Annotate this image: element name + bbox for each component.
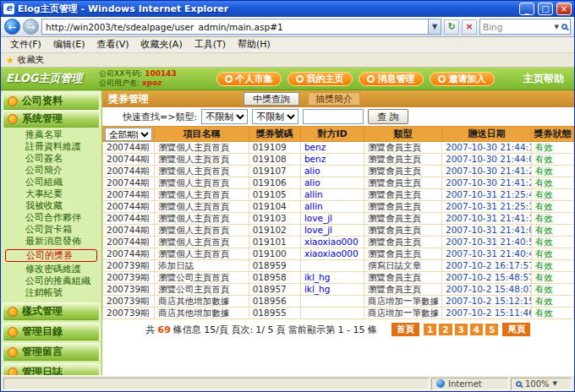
menu-item[interactable]: 文件(F)	[4, 37, 47, 52]
sidebar-item-active[interactable]: 公司的獎券	[5, 249, 97, 262]
win-query-button[interactable]: 中獎查詢	[244, 92, 299, 106]
page-number-button[interactable]: 1	[424, 324, 436, 335]
cell-target-id[interactable]: allin	[300, 201, 364, 213]
help-link[interactable]: 主页帮助	[513, 72, 574, 86]
back-button[interactable]: ←	[4, 19, 20, 35]
search-dropdown-icon[interactable]: ▼	[555, 24, 559, 30]
sun-icon	[8, 114, 18, 124]
menu-item[interactable]: 编辑(E)	[47, 37, 91, 52]
header-nav-button[interactable]: 消息管理	[359, 72, 424, 86]
sidebar-section-header[interactable]: 管理目錄	[3, 323, 100, 340]
status-zone-panel: Internet	[431, 378, 509, 390]
type-select-1[interactable]: 不限制	[201, 109, 248, 124]
cell-ticket-no: 019104	[249, 201, 300, 213]
favorites-label[interactable]: 收藏夹	[18, 54, 45, 66]
query-button[interactable]: 查 詢	[368, 109, 408, 124]
draw-intro-button[interactable]: 抽獎簡介	[308, 92, 360, 106]
sidebar-item[interactable]: 公司簽名	[3, 153, 100, 165]
table-row: 200744期 瀏覽個人主頁首頁 019101 xiaoxiao000 瀏覽會員…	[103, 237, 574, 248]
zoom-dropdown-icon[interactable]: ▼	[553, 380, 557, 387]
menu-item[interactable]: 收藏夹(A)	[135, 37, 189, 52]
sidebar-item[interactable]: 公司賀卡箱	[3, 224, 100, 236]
cell-target-id[interactable]: ikl_hg	[300, 272, 364, 284]
sidebar-section-header[interactable]: 公司资料	[3, 92, 100, 110]
page-number-button[interactable]: 2	[439, 324, 452, 335]
sidebar-item[interactable]: 公司簡介	[3, 165, 100, 177]
cell-target-id[interactable]: allin	[300, 189, 364, 201]
sidebar-item[interactable]: 公司的推薦組織	[3, 275, 100, 287]
period-filter-select[interactable]: 全部期數	[105, 128, 152, 141]
page-number-button[interactable]: 3	[455, 324, 468, 335]
cell-date: 2007-10-31 21:40:59	[442, 237, 532, 248]
user-value: xpoz	[142, 79, 162, 87]
cell-target-id[interactable]: alio	[300, 177, 364, 189]
cell-target-id[interactable]: ikl_hg	[300, 284, 364, 296]
status-zoom-panel[interactable]: 100% ▼	[511, 378, 572, 390]
stop-button[interactable]: ×	[462, 19, 477, 35]
pagination-last-group: 尾頁	[502, 323, 530, 336]
header-nav-button[interactable]: 我的主页	[288, 72, 353, 86]
cell-status: 有效	[531, 189, 573, 201]
zoom-icon	[516, 381, 522, 387]
sidebar-section-header[interactable]: 系统管理	[3, 110, 100, 128]
cell-type: 瀏覽會員主頁	[364, 237, 442, 248]
table-row: 200744期 瀏覽個人主頁首頁 019105 allin 瀏覽會員主頁 200…	[103, 189, 574, 201]
last-page-button[interactable]: 尾頁	[502, 323, 530, 336]
cell-target-id[interactable]: xiaoxiao000	[300, 248, 364, 260]
cell-status: 有效	[531, 260, 573, 272]
header-nav-button[interactable]: 个人市集	[216, 72, 282, 86]
cell-target-id[interactable]: love_jl	[300, 225, 364, 237]
sidebar-item[interactable]: 公司組織	[3, 177, 100, 188]
status-bar: Internet 100% ▼	[1, 375, 574, 391]
cell-target-id[interactable]: benz	[300, 142, 364, 154]
cell-target-id[interactable]	[300, 296, 364, 308]
sun-icon	[8, 327, 18, 337]
sidebar-item[interactable]: 推薦名單	[3, 129, 100, 141]
forward-button[interactable]: →	[23, 19, 39, 35]
stop-icon: ×	[465, 21, 473, 32]
header-nav-label: 消息管理	[378, 73, 415, 85]
cell-ticket-no: 019108	[249, 154, 300, 166]
maximize-button[interactable]: □	[538, 3, 553, 15]
sidebar-section-header[interactable]: 樣式管理	[3, 302, 100, 320]
page-number-button[interactable]: 5	[485, 324, 498, 335]
type-select-2[interactable]: 不限制	[252, 109, 298, 124]
favorites-star-icon[interactable]: ★	[6, 55, 14, 66]
menu-item[interactable]: 工具(T)	[189, 37, 232, 52]
close-button[interactable]: ×	[556, 3, 572, 15]
first-page-button[interactable]: 首頁	[392, 323, 419, 336]
cell-target-id[interactable]: benz	[300, 154, 364, 166]
minimize-button[interactable]: _	[519, 3, 534, 15]
sidebar-item[interactable]: 註冊資料維護	[3, 141, 100, 153]
search-input[interactable]: Bing ▼	[479, 19, 571, 35]
menu-item[interactable]: 帮助(H)	[232, 37, 277, 52]
sidebar-item[interactable]: 最新消息發佈	[3, 236, 100, 248]
page-number-button[interactable]: 4	[470, 324, 483, 335]
sidebar-item[interactable]: 修改密碼維護	[3, 264, 100, 275]
sidebar-item[interactable]: 注銷帳號	[3, 287, 100, 299]
refresh-button[interactable]: ↻	[444, 19, 459, 35]
cell-status: 有效	[531, 166, 573, 177]
header-nav-button[interactable]: 邀请加入	[430, 72, 495, 86]
cell-target-id[interactable]	[300, 260, 364, 272]
sidebar-item[interactable]: 大事紀要	[3, 188, 100, 200]
cell-target-id[interactable]: alio	[300, 166, 364, 177]
cell-target-id[interactable]: xiaoxiao000	[300, 237, 364, 248]
menu-item[interactable]: 查看(V)	[90, 37, 134, 52]
lottery-table: 全部期數 項目名稱 獎券號碼 對方ID 類型 贈送日期 獎券狀態 200744期…	[102, 126, 574, 319]
cell-date: 2007-10-31 21:40:47	[442, 248, 532, 260]
cell-period: 200739期	[103, 308, 155, 319]
address-dropdown-icon[interactable]: ▼	[428, 19, 441, 34]
search-icon[interactable]	[561, 24, 567, 30]
sidebar-item[interactable]: 公司合作夥伴	[3, 212, 100, 224]
sidebar-item[interactable]: 我被收藏	[3, 200, 100, 212]
cell-status: 有效	[531, 213, 573, 225]
cell-ticket-no: 019105	[249, 189, 300, 201]
cell-target-id[interactable]	[300, 308, 364, 319]
sidebar-section-header[interactable]: 管理留言	[3, 343, 100, 361]
cell-target-id[interactable]: love_jl	[300, 213, 364, 225]
address-field[interactable]: http://win2003/te/sdealpage/user_admin/m…	[41, 19, 441, 35]
user-label: 公司用户名:	[99, 79, 140, 87]
keyword-input[interactable]	[303, 109, 364, 124]
cell-status: 有效	[531, 272, 573, 284]
